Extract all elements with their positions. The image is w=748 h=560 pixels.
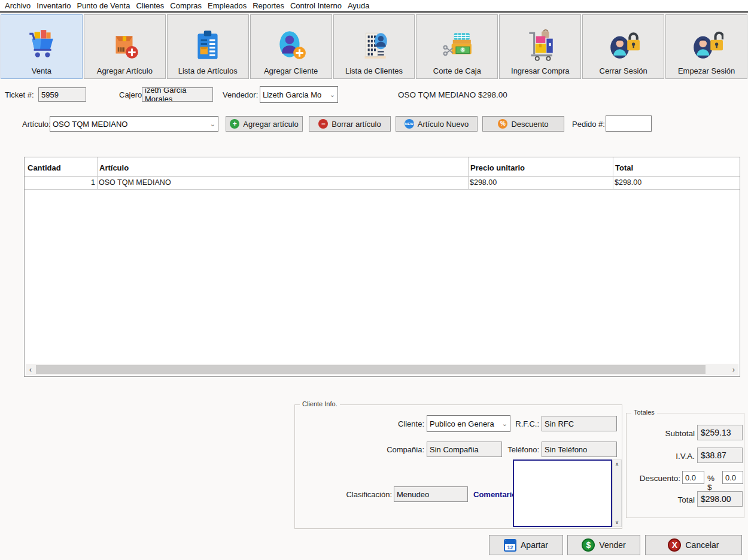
cliente-info-title: Cliente Info. xyxy=(300,400,340,407)
scrollbar-thumb[interactable] xyxy=(36,365,706,374)
toolbar-empezar-sesion-label: Empezar Sesión xyxy=(678,66,735,75)
articulo-nuevo-button[interactable]: NEW Artículo Nuevo xyxy=(396,116,478,132)
cancelar-button[interactable]: X Cancelar xyxy=(645,535,742,555)
vendedor-label: Vendedor: xyxy=(223,90,258,99)
svg-text:$: $ xyxy=(461,47,464,53)
cajero-field: izeth Garcia Morales xyxy=(142,87,213,102)
descuento-percent-input[interactable]: 0.0 xyxy=(682,471,704,484)
compania-field: Sin Compañia xyxy=(427,442,502,457)
telefono-field: Sin Teléfono xyxy=(542,442,617,457)
scroll-down-icon[interactable]: ∨ xyxy=(615,518,619,526)
person-lock-closed-icon xyxy=(607,28,640,62)
menu-clientes[interactable]: Clientes xyxy=(133,1,167,10)
toolbar-lista-articulos-button[interactable]: Lista de Artículos xyxy=(167,14,249,79)
calendar-icon: 12 xyxy=(504,539,516,552)
person-add-icon xyxy=(274,28,308,62)
borrar-articulo-button-label: Borrar artículo xyxy=(332,120,381,129)
cash-register-scissors-icon: $ xyxy=(440,28,474,62)
totales-groupbox: Totales Subtotal $259.13 I.V.A. $38.87 D… xyxy=(626,413,744,518)
cliente-info-groupbox: Cliente Info. Cliente: Publico en Genera… xyxy=(294,404,622,529)
vender-button-label: Vender xyxy=(599,540,625,550)
comentario-scrollbar[interactable]: ∧ ∨ xyxy=(612,459,622,527)
plus-circle-icon: + xyxy=(230,119,239,129)
main-toolbar: Venta Agregar Artículo xyxy=(1,14,747,79)
toolbar-cerrar-sesion-button[interactable]: Cerrar Sesión xyxy=(582,14,664,79)
menu-empleados[interactable]: Empleados xyxy=(205,1,250,10)
toolbar-lista-articulos-label: Lista de Artículos xyxy=(178,66,238,75)
toolbar-corte-caja-button[interactable]: $ Corte de Caja xyxy=(416,14,498,79)
descuento-button-label: Descuento xyxy=(511,120,548,129)
toolbar-agregar-articulo-label: Agregar Artículo xyxy=(97,66,153,75)
agregar-articulo-button-label: Agregar artículo xyxy=(243,120,299,129)
borrar-articulo-button[interactable]: − Borrar artículo xyxy=(309,116,391,132)
building-person-icon xyxy=(357,28,391,62)
descuento-separator-label: % $ xyxy=(707,474,720,492)
header-articulo[interactable]: Artículo xyxy=(99,163,129,172)
toolbar-lista-clientes-button[interactable]: Lista de Clientes xyxy=(333,14,415,79)
scroll-right-icon[interactable]: › xyxy=(729,364,738,375)
pedido-input[interactable] xyxy=(606,115,652,132)
dollar-circle-icon: $ xyxy=(582,538,595,552)
menu-inventario[interactable]: Inventario xyxy=(34,1,74,10)
table-row[interactable]: 1 OSO TQM MEDIANO $298.00 $298.00 xyxy=(25,176,740,190)
box-add-icon xyxy=(108,28,141,62)
vendedor-value: Lizeth Garcia Mo xyxy=(263,90,321,99)
total-label: Total xyxy=(644,495,695,504)
ticket-number-field: 5959 xyxy=(38,87,86,102)
table-header-row: Cantidad Artículo Precio unitario Total xyxy=(25,160,740,176)
sale-items-table: Cantidad Artículo Precio unitario Total … xyxy=(24,157,740,377)
percent-circle-icon: % xyxy=(498,119,507,129)
header-total[interactable]: Total xyxy=(615,163,633,172)
chevron-down-icon: ⌄ xyxy=(502,420,507,428)
cancel-x-icon: X xyxy=(668,538,681,552)
scroll-up-icon[interactable]: ∧ xyxy=(615,460,619,468)
menu-reportes[interactable]: Reportes xyxy=(250,1,287,10)
apartar-button[interactable]: 12 Apartar xyxy=(489,535,563,555)
cell-cantidad: 1 xyxy=(25,178,95,187)
cliente-label: Cliente: xyxy=(385,419,424,428)
toolbar-venta-button[interactable]: Venta xyxy=(1,14,83,79)
vendedor-dropdown[interactable]: Lizeth Garcia Mo ⌄ xyxy=(260,86,338,103)
descuento-label: Descuento: xyxy=(628,474,680,483)
toolbar-ingresar-compra-button[interactable]: Ingresar Compra xyxy=(499,14,581,79)
menu-control-interno[interactable]: Control Interno xyxy=(287,1,345,10)
menu-punto-de-venta[interactable]: Punto de Venta xyxy=(74,1,133,10)
total-field: $298.00 xyxy=(697,491,743,507)
menu-bar: Archivo Inventario Punto de Venta Client… xyxy=(0,0,748,13)
vender-button[interactable]: $ Vender xyxy=(567,535,640,555)
pos-application-window: Archivo Inventario Punto de Venta Client… xyxy=(0,0,748,560)
descuento-amount-input[interactable]: 0.0 xyxy=(722,471,743,484)
cliente-value: Publico en Genera xyxy=(430,419,494,428)
chevron-down-icon: ⌄ xyxy=(330,91,335,99)
toolbar-agregar-articulo-button[interactable]: Agregar Artículo xyxy=(84,14,166,79)
clasificacion-label: Clasificación: xyxy=(343,490,392,499)
cliente-dropdown[interactable]: Publico en Genera ⌄ xyxy=(427,415,510,432)
cell-precio-unitario: $298.00 xyxy=(470,178,497,187)
iva-label: I.V.A. xyxy=(644,452,695,461)
calendar-day: 12 xyxy=(505,544,515,550)
header-cantidad[interactable]: Cantidad xyxy=(28,163,61,172)
scroll-left-icon[interactable]: ‹ xyxy=(26,364,35,375)
menu-ayuda[interactable]: Ayuda xyxy=(345,1,373,10)
horizontal-scrollbar[interactable]: ‹ › xyxy=(26,364,738,375)
person-lock-open-icon xyxy=(690,28,723,62)
agregar-articulo-button[interactable]: + Agregar artículo xyxy=(226,116,303,132)
toolbar-agregar-cliente-button[interactable]: Agregar Cliente xyxy=(250,14,332,79)
pedido-label: Pedido #: xyxy=(572,120,605,129)
articulo-dropdown[interactable]: OSO TQM MEDIANO ⌄ xyxy=(50,116,218,132)
toolbar-empezar-sesion-button[interactable]: Empezar Sesión xyxy=(665,14,747,79)
menu-archivo[interactable]: Archivo xyxy=(2,1,34,10)
telefono-label: Teléfono: xyxy=(506,445,539,454)
comentario-textarea[interactable] xyxy=(513,459,612,527)
header-precio-unitario[interactable]: Precio unitario xyxy=(470,163,525,172)
cancelar-button-label: Cancelar xyxy=(685,540,719,550)
toolbar-agregar-cliente-label: Agregar Cliente xyxy=(264,66,318,75)
rfc-field: Sin RFC xyxy=(542,416,617,431)
descuento-button[interactable]: % Descuento xyxy=(482,116,564,132)
new-badge-icon: NEW xyxy=(405,119,414,129)
minus-circle-icon: − xyxy=(318,119,328,129)
subtotal-label: Subtotal xyxy=(644,429,695,438)
cajero-label: Cajero: xyxy=(119,90,144,99)
menu-compras[interactable]: Compras xyxy=(167,1,205,10)
compania-label: Compañia: xyxy=(382,445,424,454)
